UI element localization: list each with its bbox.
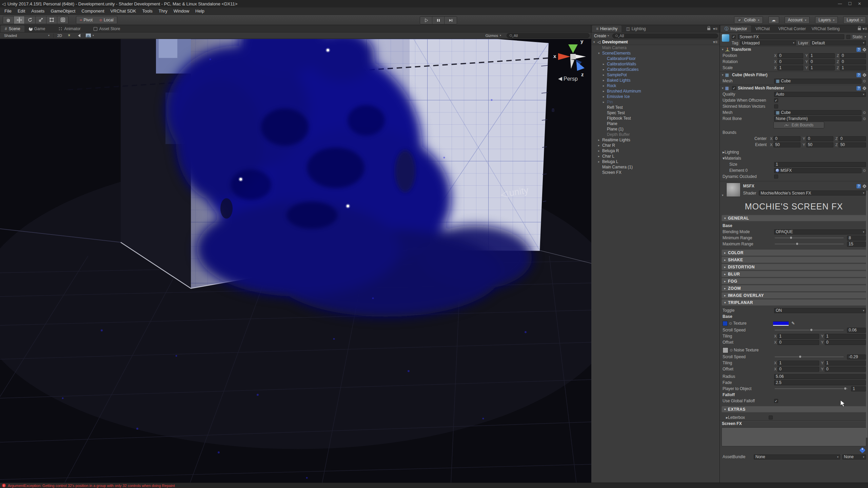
center-y-field[interactable]: 0 — [806, 136, 833, 141]
lighting-toggle[interactable]: ☀ — [65, 33, 74, 38]
help-icon[interactable]: ? — [856, 47, 861, 52]
scene-viewport[interactable]: 8 ◁unity ◁unity — [0, 39, 591, 483]
pause-button[interactable] — [432, 17, 445, 24]
extent-y-field[interactable]: 50 — [806, 142, 833, 147]
letterbox-checkbox[interactable] — [769, 415, 773, 420]
status-bar[interactable]: ! ArgumentException: Getting control 32'… — [0, 483, 868, 488]
foldout-arrow-icon[interactable] — [603, 95, 607, 98]
skinned-mesh-header[interactable]: ▩ ✓ Skinned Mesh Renderer ? — [720, 85, 868, 91]
rotate-tool-button[interactable] — [25, 16, 36, 24]
audio-toggle[interactable] — [74, 33, 83, 38]
player-to-object-field[interactable]: 1 — [851, 386, 866, 391]
object-picker-icon[interactable]: ⊙ — [863, 110, 866, 115]
menu-item[interactable]: Tools — [139, 8, 155, 14]
tab-game[interactable]: Game — [25, 25, 50, 32]
gameobject-name-field[interactable]: Screen FX — [738, 34, 844, 39]
hierarchy-item[interactable]: ◁ Beluga R ▾≡ — [591, 148, 719, 154]
component-enabled-checkbox[interactable]: ✓ — [732, 86, 736, 90]
scene-menu-icon[interactable]: ▾≡ — [713, 40, 719, 44]
layers-button[interactable]: Layers▾ — [815, 16, 838, 24]
tab-inspector[interactable]: ⓘInspector — [721, 25, 751, 32]
dynamic-occluded-checkbox[interactable] — [774, 175, 778, 179]
material-element-field[interactable]: MSFX — [774, 168, 862, 173]
edit-bounds-button[interactable]: Edit Bounds — [773, 122, 824, 128]
hierarchy-item[interactable]: ◁ Plane (1) ▾≡ — [591, 126, 719, 132]
shader-section-header[interactable]: ZOOM — [722, 285, 866, 291]
mesh-object-field[interactable]: ▦Cube — [774, 79, 862, 84]
vector-x-field[interactable]: 0 — [777, 59, 803, 64]
blending-mode-dropdown[interactable]: OPAQUE▾ — [774, 229, 866, 235]
motion-vectors-checkbox[interactable] — [774, 104, 778, 108]
lighting-foldout[interactable]: Lighting — [720, 149, 868, 155]
hierarchy-item[interactable]: ◁ Main Camera (1) ▾≡ — [591, 164, 719, 170]
offset-x-field[interactable]: 0 — [777, 340, 819, 345]
center-x-field[interactable]: 0 — [773, 136, 801, 141]
object-picker-icon[interactable]: ⊙ — [730, 348, 733, 352]
vector-y-field[interactable]: 1 — [809, 65, 835, 70]
scale-tool-button[interactable] — [36, 16, 46, 24]
foldout-arrow-icon[interactable] — [593, 40, 597, 44]
noise-offset-y-field[interactable]: 0 — [825, 367, 866, 372]
scroll-speed-field[interactable]: 0.06 — [847, 328, 866, 333]
tag-dropdown[interactable]: Untagged▾ — [740, 40, 796, 45]
minimum-range-field[interactable]: 8 — [847, 236, 866, 241]
foldout-arrow-icon[interactable] — [603, 84, 607, 87]
step-button[interactable] — [445, 17, 457, 24]
noise-tiling-y-field[interactable]: 1 — [825, 361, 866, 366]
extent-x-field[interactable]: 50 — [773, 142, 801, 147]
hierarchy-item[interactable]: ◁ Rock ▾≡ — [591, 83, 719, 88]
center-z-field[interactable]: 0 — [839, 136, 866, 141]
foldout-arrow-icon[interactable] — [598, 155, 602, 158]
foldout-arrow-icon[interactable] — [722, 86, 724, 90]
maximum-range-field[interactable]: 15 — [847, 242, 866, 247]
maximum-range-slider[interactable] — [774, 242, 844, 246]
hierarchy-item[interactable]: ◁ Screen FX ▾≡ — [591, 170, 719, 175]
scene-search-input[interactable]: All — [507, 33, 590, 38]
panel-menu-icon[interactable]: ▾≡ — [713, 26, 717, 31]
hierarchy-item[interactable]: ◁ Char L ▾≡ — [591, 154, 719, 159]
global-falloff-checkbox[interactable]: ✓ — [774, 399, 778, 403]
foldout-arrow-icon[interactable] — [598, 149, 602, 152]
noise-scroll-speed-slider[interactable] — [774, 354, 844, 359]
menu-item[interactable]: Edit — [15, 8, 28, 14]
help-icon[interactable]: ? — [856, 73, 861, 77]
collab-button[interactable]: ✓Collab▾ — [734, 16, 763, 24]
foldout-arrow-icon[interactable] — [603, 100, 607, 104]
move-tool-button[interactable] — [14, 16, 25, 24]
local-toggle-button[interactable]: ◎Local — [96, 16, 117, 24]
menu-item[interactable]: Window — [171, 8, 192, 14]
asset-label-tag-icon[interactable] — [859, 447, 865, 453]
eyedropper-icon[interactable]: ✎ — [791, 321, 795, 326]
object-picker-icon[interactable]: ⊙ — [729, 321, 732, 326]
effects-dropdown[interactable]: ▾ — [83, 33, 97, 38]
foldout-arrow-icon[interactable] — [603, 68, 607, 71]
preview-header[interactable]: Screen FX — [720, 421, 868, 426]
gear-icon[interactable] — [863, 87, 866, 90]
shader-dropdown[interactable]: Mochie/Mochie's Screen FX▾ — [759, 190, 866, 196]
2d-toggle[interactable]: 2D — [55, 33, 65, 38]
foldout-arrow-icon[interactable] — [598, 144, 602, 147]
materials-size-field[interactable]: 1 — [774, 162, 866, 167]
maximize-button[interactable]: ☐ — [848, 1, 852, 6]
hierarchy-item[interactable]: ◁ SceneElements ▾≡ — [591, 50, 719, 56]
close-button[interactable]: ✕ — [858, 1, 861, 6]
shader-section-header[interactable]: SHAKE — [722, 257, 866, 263]
menu-item[interactable]: Component — [78, 8, 107, 14]
shader-section-header[interactable]: IMAGE OVERLAY — [722, 292, 866, 299]
tab-vrchat[interactable]: VRChat — [751, 25, 774, 32]
vector-x-field[interactable]: 1 — [777, 65, 803, 70]
foldout-arrow-icon[interactable] — [722, 73, 724, 77]
create-button[interactable]: Create▾ — [593, 34, 610, 38]
tiling-x-field[interactable]: 1 — [777, 334, 819, 339]
layout-button[interactable]: Layout▾ — [843, 16, 866, 24]
layer-dropdown[interactable]: Default▾ — [810, 40, 866, 45]
gizmos-dropdown[interactable]: Gizmos▾ — [483, 33, 504, 38]
object-picker-icon[interactable]: ⊙ — [863, 168, 866, 173]
foldout-arrow-icon[interactable] — [598, 160, 602, 163]
rect-tool-button[interactable] — [46, 16, 57, 24]
transform-header[interactable]: Transform ? — [720, 46, 868, 53]
tiling-y-field[interactable]: 1 — [825, 334, 866, 339]
player-to-object-slider[interactable] — [774, 386, 848, 391]
hierarchy-search-input[interactable]: All — [612, 34, 718, 38]
static-checkbox[interactable] — [846, 35, 850, 39]
